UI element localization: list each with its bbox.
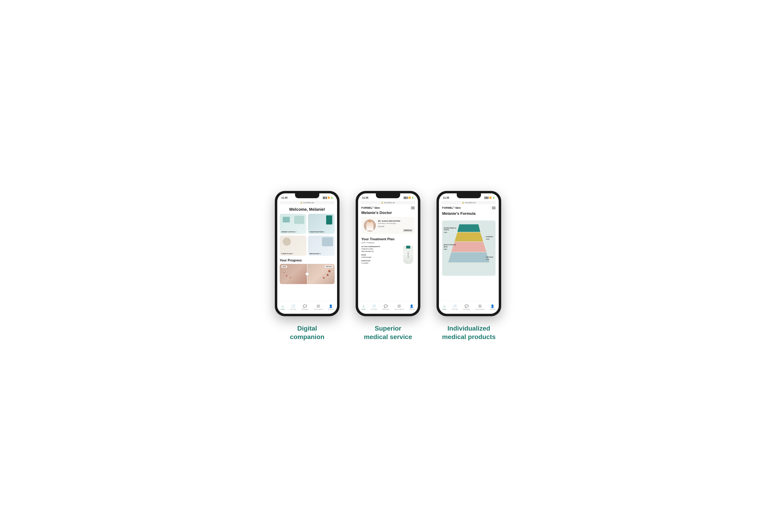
phone1-screen: 11:35 ▐▐▐ 📶 🔋 🔒 formelskin.de Welcome, M… [277, 193, 337, 314]
signal-icon: ▐▐▐ [322, 197, 327, 199]
home-icon-2: ⌂ [363, 305, 365, 308]
nav-plan-2[interactable]: 📄 Your plan [371, 305, 377, 310]
svg-text:BENZOYLPEROXID: BENZOYLPEROXID [444, 244, 456, 246]
svg-text:ANTIBAKTERIELLE: ANTIBAKTERIELLE [444, 227, 456, 229]
doctor-specialty: Specialist in dermatology [378, 223, 412, 224]
app-logo-2: FORMEL® Skin [361, 206, 380, 209]
svg-text:(BPO): (BPO) [444, 246, 448, 248]
status-icons-1: ▐▐▐ 📶 🔋 [322, 197, 333, 199]
nav-skin-label-1: Skin progress [314, 308, 323, 310]
nav-home-3[interactable]: ⌂ Home [442, 305, 446, 310]
nav-skin-2[interactable]: 🖼 Skin progress [394, 305, 404, 310]
caption-2: Superior medical service [364, 324, 412, 341]
contact-link[interactable]: CONTACT [378, 229, 412, 231]
url-bar-2: 🔒 formelskin.de [361, 201, 415, 204]
formula-svg: ANTIBAKTERIELLE STOFFE 1.0% BENZOYLPEROX… [442, 218, 496, 278]
signal-icon-3: ▐▐▐ [484, 197, 488, 199]
phone3-column: 11:35 ▐▐▐ 📶 🔋 🔒 formelskin.de FOR [436, 191, 501, 341]
nav-plan-3[interactable]: 📄 Your plan [452, 305, 458, 310]
base-text: Carbomergel [361, 256, 399, 259]
skin-icon-1: 🖼 [317, 305, 320, 308]
doctor-section: Melanie's Doctor DR. SARAH BECHSTEIN Spe… [358, 211, 418, 236]
home-icon-1: ⌂ [282, 305, 284, 308]
nav-account-1[interactable]: 👤 Account [328, 305, 334, 310]
progress-section: Your Progress NOW BEFORE [277, 256, 337, 284]
active-text: Tretinoin 0,05%Niacinamide 4% [361, 248, 399, 253]
welcome-text: Welcome, Melanie! [277, 205, 337, 214]
wifi-icon-2: 📶 [408, 197, 411, 199]
before-label: BEFORE [325, 265, 333, 268]
nav-messages-label-1: Messages [302, 308, 309, 310]
nav-messages-1[interactable]: 💬 Messages [302, 305, 309, 310]
svg-text:NIAMICIDE: NIAMICIDE [486, 236, 493, 237]
svg-text:2.6%: 2.6% [444, 249, 447, 250]
time-3: 11:35 [443, 196, 449, 199]
hamburger-line-3-3 [492, 209, 496, 209]
cards-grid: ORDER STATUS > YOUR ROUTINE > [277, 214, 337, 256]
svg-text:4.0%: 4.0% [486, 238, 490, 240]
caption-1: Digital companion [290, 324, 325, 341]
treatment-body: ACTIVE INGREDIENTS Tretinoin 0,05%Niacin… [361, 246, 415, 264]
messages-icon-3: 💬 [464, 305, 468, 308]
nav-messages-label-2: Messages [382, 308, 389, 310]
phone3-frame: 11:35 ▐▐▐ 📶 🔋 🔒 formelskin.de FOR [436, 191, 501, 316]
phone2-column: 11:35 ▐▐▐ 📶 🔋 🔒 formelskin.de FOR [356, 191, 420, 341]
bottom-nav-3: ⌂ Home 📄 Your plan 💬 Messages 🖼 Skin pro… [439, 301, 499, 314]
nav-skin-3[interactable]: 🖼 Skin progress [475, 305, 484, 310]
nav-account-label-3: Account [490, 308, 495, 310]
nav-messages-label-3: Messages [463, 308, 470, 310]
nav-plan-1[interactable]: 📄 Your plan [290, 305, 296, 310]
signal-icon-2: ▐▐▐ [403, 197, 407, 199]
nav-home-1[interactable]: ⌂ Home [281, 305, 285, 310]
hamburger-menu-3[interactable] [492, 207, 496, 209]
url-bar-3: 🔒 formelskin.de [441, 201, 496, 204]
progress-slider[interactable]: NOW BEFORE [280, 264, 335, 284]
phone1-column: 11:35 ▐▐▐ 📶 🔋 🔒 formelskin.de Welcome, M… [275, 191, 340, 341]
routine-card[interactable]: YOUR ROUTINE > [308, 214, 335, 234]
time-2: 11:35 [362, 196, 368, 199]
treatment-conditions: Acne • Rosacea [361, 242, 415, 244]
skin-icon-2: 🖼 [397, 305, 401, 308]
progress-before-half: BEFORE [307, 264, 335, 284]
svg-marker-4 [448, 252, 490, 262]
nav-messages-2[interactable]: 💬 Messages [382, 305, 389, 310]
nav-messages-3[interactable]: 💬 Messages [463, 305, 470, 310]
plan-card[interactable]: YOUR PLAN > [280, 236, 306, 256]
treatment-info: ACTIVE INGREDIENTS Tretinoin 0,05%Niacin… [361, 246, 399, 264]
order-card[interactable]: ORDER STATUS > [280, 214, 306, 234]
hamburger-line-2-3 [492, 208, 496, 208]
battery-icon-3: 🔋 [492, 197, 495, 199]
wifi-icon-3: 📶 [489, 197, 492, 199]
doctor-figure [366, 220, 373, 231]
phones-container: 11:35 ▐▐▐ 📶 🔋 🔒 formelskin.de Welcome, M… [275, 191, 501, 341]
nav-account-3[interactable]: 👤 Account [490, 305, 495, 310]
svg-text:0.1%: 0.1% [486, 259, 490, 260]
formula-title: Melanie's Formula [439, 211, 499, 218]
routine-label: YOUR ROUTINE > [310, 231, 325, 233]
nav-skin-1[interactable]: 🖼 Skin progress [314, 305, 323, 310]
hamburger-menu-2[interactable] [411, 207, 415, 209]
account-icon-2: 👤 [410, 305, 414, 308]
progress-now-half: NOW [280, 264, 307, 284]
messages-icon-2: 💬 [384, 305, 388, 308]
phone2-frame: 11:35 ▐▐▐ 📶 🔋 🔒 formelskin.de FOR [356, 191, 420, 316]
phone3-notch [457, 193, 481, 198]
screen2-content: FORMEL® Skin Melanie's Doctor [358, 205, 418, 312]
url-text-2: formelskin.de [384, 202, 395, 204]
hamburger-line-2 [411, 208, 415, 208]
wifi-icon: 📶 [327, 197, 330, 199]
messages-card[interactable]: MESSAGES > [308, 236, 335, 256]
active-label: ACTIVE INGREDIENTS [361, 246, 399, 248]
nav-account-2[interactable]: 👤 Account [409, 305, 414, 310]
duration-label: DURATION [361, 260, 399, 262]
url-bar-1: 🔒 formelskin.de [280, 201, 335, 204]
hamburger-line-1 [411, 207, 415, 207]
tube-label: by Formel [407, 252, 409, 258]
account-icon-3: 👤 [491, 305, 495, 308]
app-header-3: FORMEL® Skin [439, 205, 499, 211]
phone1-notch [295, 193, 319, 198]
status-icons-2: ▐▐▐ 📶 🔋 [403, 197, 414, 199]
nav-home-2[interactable]: ⌂ Home [362, 305, 366, 310]
progress-title: Your Progress [280, 259, 335, 262]
nav-account-label-2: Account [409, 308, 414, 310]
